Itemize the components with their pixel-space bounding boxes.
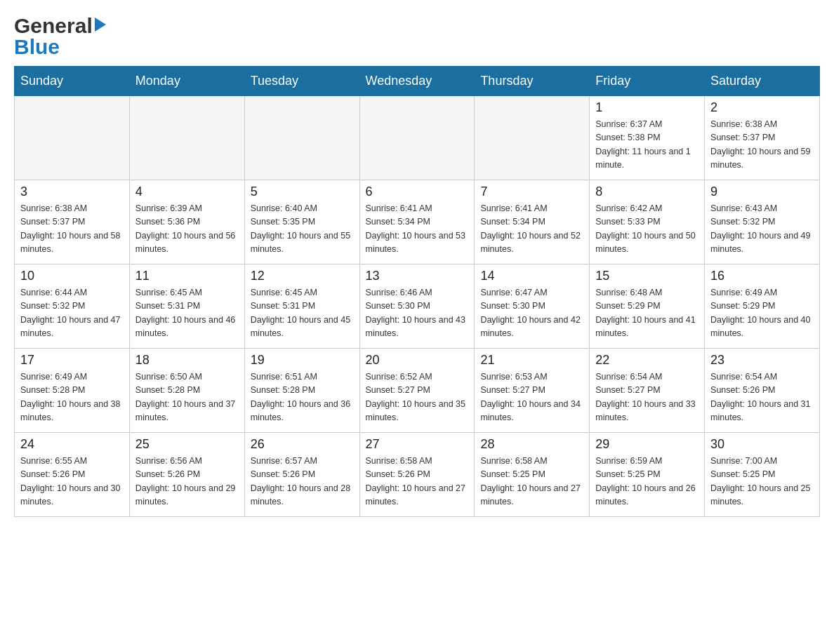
day-number: 13 (366, 269, 469, 283)
day-number: 20 (366, 353, 469, 368)
logo-arrow-icon (95, 18, 106, 32)
calendar-cell: 28Sunrise: 6:58 AM Sunset: 5:25 PM Dayli… (475, 433, 590, 517)
day-number: 16 (710, 269, 814, 283)
sun-info: Sunrise: 6:44 AM Sunset: 5:32 PM Dayligh… (20, 286, 124, 341)
day-number: 29 (595, 437, 699, 452)
calendar-cell: 12Sunrise: 6:45 AM Sunset: 5:31 PM Dayli… (244, 264, 359, 349)
calendar-cell: 19Sunrise: 6:51 AM Sunset: 5:28 PM Dayli… (244, 349, 359, 433)
weekday-header-row: SundayMondayTuesdayWednesdayThursdayFrid… (15, 67, 820, 96)
day-number: 18 (135, 353, 239, 368)
calendar-cell: 15Sunrise: 6:48 AM Sunset: 5:29 PM Dayli… (590, 264, 705, 349)
calendar-cell (475, 96, 590, 180)
sun-info: Sunrise: 6:41 AM Sunset: 5:34 PM Dayligh… (480, 202, 583, 257)
weekday-header-sunday: Sunday (15, 67, 130, 96)
calendar-cell: 16Sunrise: 6:49 AM Sunset: 5:29 PM Dayli… (705, 264, 820, 349)
day-number: 27 (366, 437, 469, 452)
calendar-cell: 6Sunrise: 6:41 AM Sunset: 5:34 PM Daylig… (359, 180, 475, 264)
sun-info: Sunrise: 6:37 AM Sunset: 5:38 PM Dayligh… (595, 118, 699, 173)
sun-info: Sunrise: 6:57 AM Sunset: 5:26 PM Dayligh… (251, 455, 354, 509)
calendar-cell: 1Sunrise: 6:37 AM Sunset: 5:38 PM Daylig… (590, 96, 705, 180)
sun-info: Sunrise: 6:50 AM Sunset: 5:28 PM Dayligh… (135, 370, 239, 425)
sun-info: Sunrise: 6:55 AM Sunset: 5:26 PM Dayligh… (20, 455, 124, 509)
sun-info: Sunrise: 6:58 AM Sunset: 5:25 PM Dayligh… (480, 455, 583, 509)
sun-info: Sunrise: 6:54 AM Sunset: 5:26 PM Dayligh… (710, 370, 814, 425)
day-number: 30 (710, 437, 814, 452)
calendar-cell (129, 96, 244, 180)
day-number: 3 (20, 185, 124, 199)
calendar-cell: 4Sunrise: 6:39 AM Sunset: 5:36 PM Daylig… (129, 180, 244, 264)
calendar-cell (244, 96, 359, 180)
sun-info: Sunrise: 6:47 AM Sunset: 5:30 PM Dayligh… (480, 286, 583, 341)
calendar-cell: 23Sunrise: 6:54 AM Sunset: 5:26 PM Dayli… (705, 349, 820, 433)
day-number: 11 (135, 269, 239, 283)
sun-info: Sunrise: 6:54 AM Sunset: 5:27 PM Dayligh… (595, 370, 699, 425)
sun-info: Sunrise: 7:00 AM Sunset: 5:25 PM Dayligh… (710, 455, 814, 509)
calendar-table: SundayMondayTuesdayWednesdayThursdayFrid… (14, 66, 820, 517)
sun-info: Sunrise: 6:38 AM Sunset: 5:37 PM Dayligh… (20, 202, 124, 257)
page-header: General Blue (14, 14, 820, 59)
calendar-cell: 24Sunrise: 6:55 AM Sunset: 5:26 PM Dayli… (15, 433, 130, 517)
day-number: 1 (595, 100, 699, 115)
day-number: 8 (595, 185, 699, 199)
calendar-cell: 30Sunrise: 7:00 AM Sunset: 5:25 PM Dayli… (705, 433, 820, 517)
day-number: 17 (20, 353, 124, 368)
calendar-cell: 13Sunrise: 6:46 AM Sunset: 5:30 PM Dayli… (359, 264, 475, 349)
calendar-cell: 2Sunrise: 6:38 AM Sunset: 5:37 PM Daylig… (705, 96, 820, 180)
sun-info: Sunrise: 6:40 AM Sunset: 5:35 PM Dayligh… (251, 202, 354, 257)
day-number: 5 (251, 185, 354, 199)
calendar-cell: 27Sunrise: 6:58 AM Sunset: 5:26 PM Dayli… (359, 433, 475, 517)
sun-info: Sunrise: 6:39 AM Sunset: 5:36 PM Dayligh… (135, 202, 239, 257)
calendar-cell: 8Sunrise: 6:42 AM Sunset: 5:33 PM Daylig… (590, 180, 705, 264)
sun-info: Sunrise: 6:52 AM Sunset: 5:27 PM Dayligh… (366, 370, 469, 425)
logo-blue-text: Blue (14, 35, 60, 59)
sun-info: Sunrise: 6:53 AM Sunset: 5:27 PM Dayligh… (480, 370, 583, 425)
calendar-cell: 9Sunrise: 6:43 AM Sunset: 5:32 PM Daylig… (705, 180, 820, 264)
day-number: 22 (595, 353, 699, 368)
calendar-cell: 3Sunrise: 6:38 AM Sunset: 5:37 PM Daylig… (15, 180, 130, 264)
day-number: 10 (20, 269, 124, 283)
day-number: 6 (366, 185, 469, 199)
sun-info: Sunrise: 6:48 AM Sunset: 5:29 PM Dayligh… (595, 286, 699, 341)
day-number: 12 (251, 269, 354, 283)
calendar-week-1: 1Sunrise: 6:37 AM Sunset: 5:38 PM Daylig… (15, 96, 820, 180)
logo: General Blue (14, 14, 106, 59)
day-number: 4 (135, 185, 239, 199)
calendar-week-5: 24Sunrise: 6:55 AM Sunset: 5:26 PM Dayli… (15, 433, 820, 517)
sun-info: Sunrise: 6:38 AM Sunset: 5:37 PM Dayligh… (710, 118, 814, 173)
weekday-header-wednesday: Wednesday (359, 67, 475, 96)
calendar-cell (359, 96, 475, 180)
sun-info: Sunrise: 6:59 AM Sunset: 5:25 PM Dayligh… (595, 455, 699, 509)
day-number: 15 (595, 269, 699, 283)
calendar-week-3: 10Sunrise: 6:44 AM Sunset: 5:32 PM Dayli… (15, 264, 820, 349)
calendar-cell: 26Sunrise: 6:57 AM Sunset: 5:26 PM Dayli… (244, 433, 359, 517)
day-number: 21 (480, 353, 583, 368)
day-number: 26 (251, 437, 354, 452)
sun-info: Sunrise: 6:42 AM Sunset: 5:33 PM Dayligh… (595, 202, 699, 257)
calendar-cell: 21Sunrise: 6:53 AM Sunset: 5:27 PM Dayli… (475, 349, 590, 433)
sun-info: Sunrise: 6:41 AM Sunset: 5:34 PM Dayligh… (366, 202, 469, 257)
sun-info: Sunrise: 6:58 AM Sunset: 5:26 PM Dayligh… (366, 455, 469, 509)
calendar-cell: 22Sunrise: 6:54 AM Sunset: 5:27 PM Dayli… (590, 349, 705, 433)
weekday-header-thursday: Thursday (475, 67, 590, 96)
sun-info: Sunrise: 6:51 AM Sunset: 5:28 PM Dayligh… (251, 370, 354, 425)
calendar-week-2: 3Sunrise: 6:38 AM Sunset: 5:37 PM Daylig… (15, 180, 820, 264)
sun-info: Sunrise: 6:43 AM Sunset: 5:32 PM Dayligh… (710, 202, 814, 257)
calendar-cell: 11Sunrise: 6:45 AM Sunset: 5:31 PM Dayli… (129, 264, 244, 349)
sun-info: Sunrise: 6:45 AM Sunset: 5:31 PM Dayligh… (135, 286, 239, 341)
calendar-cell: 17Sunrise: 6:49 AM Sunset: 5:28 PM Dayli… (15, 349, 130, 433)
calendar-week-4: 17Sunrise: 6:49 AM Sunset: 5:28 PM Dayli… (15, 349, 820, 433)
day-number: 19 (251, 353, 354, 368)
day-number: 23 (710, 353, 814, 368)
calendar-cell: 14Sunrise: 6:47 AM Sunset: 5:30 PM Dayli… (475, 264, 590, 349)
sun-info: Sunrise: 6:46 AM Sunset: 5:30 PM Dayligh… (366, 286, 469, 341)
sun-info: Sunrise: 6:45 AM Sunset: 5:31 PM Dayligh… (251, 286, 354, 341)
weekday-header-tuesday: Tuesday (244, 67, 359, 96)
calendar-cell: 18Sunrise: 6:50 AM Sunset: 5:28 PM Dayli… (129, 349, 244, 433)
day-number: 7 (480, 185, 583, 199)
weekday-header-saturday: Saturday (705, 67, 820, 96)
day-number: 2 (710, 100, 814, 115)
day-number: 25 (135, 437, 239, 452)
calendar-cell: 10Sunrise: 6:44 AM Sunset: 5:32 PM Dayli… (15, 264, 130, 349)
calendar-cell: 5Sunrise: 6:40 AM Sunset: 5:35 PM Daylig… (244, 180, 359, 264)
calendar-cell: 20Sunrise: 6:52 AM Sunset: 5:27 PM Dayli… (359, 349, 475, 433)
